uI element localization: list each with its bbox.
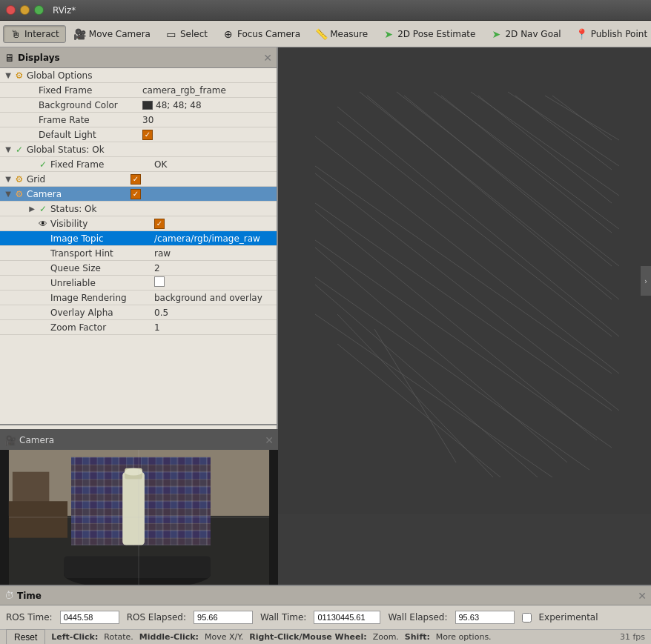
view3d-panel[interactable]: › [278, 47, 651, 514]
checkbox-checked-icon[interactable]: ✓ [130, 174, 141, 185]
window-title: RViz* [53, 5, 76, 16]
publish-point-label: Publish Point [591, 29, 647, 39]
expand-icon: ▼ [3, 190, 13, 198]
prop-value: ✓ [130, 188, 277, 199]
prop-value: 2 [154, 263, 277, 273]
list-item[interactable]: ▶ ✓ Status: Ok [0, 202, 277, 216]
prop-name: Visibility [50, 219, 154, 229]
publish-point-icon: 📍 [576, 28, 588, 40]
experimental-checkbox[interactable] [522, 613, 532, 623]
prop-name: Fixed Frame [39, 85, 142, 96]
wall-elapsed-label: Wall Elapsed: [388, 612, 447, 623]
expand-icon [27, 219, 37, 228]
camera-close-button[interactable]: ✕ [265, 435, 274, 445]
displays-close-button[interactable]: ✕ [263, 53, 272, 63]
expand-icon [15, 101, 25, 109]
time-close-button[interactable]: ✕ [638, 591, 647, 601]
list-item[interactable]: Fixed Frame camera_rgb_frame [0, 83, 277, 98]
list-item[interactable]: ▼ ⚙ Global Options [0, 68, 277, 83]
checkbox-checked-icon[interactable]: ✓ [142, 130, 153, 140]
close-button[interactable] [6, 5, 16, 15]
nav-goal-button[interactable]: ➤ 2D Nav Goal [483, 25, 567, 43]
prop-value [154, 276, 277, 289]
spacer-icon [25, 85, 37, 96]
prop-value: 48; 48; 48 [142, 100, 277, 110]
list-item[interactable]: Image Rendering background and overlay [0, 291, 277, 305]
reset-button[interactable]: Reset [6, 629, 45, 645]
nav-goal-icon: ➤ [490, 28, 502, 40]
view3d[interactable] [278, 47, 651, 514]
list-item[interactable]: Zoom Factor 1 [0, 320, 277, 335]
settings-icon: ⚙ [13, 70, 25, 81]
wall-time-input[interactable] [314, 611, 380, 624]
expand-icon: ▼ [3, 145, 13, 153]
list-item[interactable]: Background Color 48; 48; 48 [0, 98, 277, 113]
bottom-panel: ⏱ Time ✕ ROS Time: ROS Elapsed: Wall Tim… [0, 585, 651, 644]
list-item[interactable]: Overlay Alpha 0.5 [0, 305, 277, 320]
list-item[interactable]: Frame Rate 30 [0, 113, 277, 127]
minimize-button[interactable] [20, 5, 30, 15]
ros-elapsed-input[interactable] [194, 611, 253, 624]
camera-image-svg [0, 450, 278, 585]
prop-name: Zoom Factor [50, 322, 154, 333]
hint-leftclick-label: Left-Click: [51, 632, 98, 642]
interact-label: Interact [24, 29, 59, 39]
color-swatch [142, 101, 153, 110]
expand-icon: ▶ [27, 205, 37, 213]
interact-icon: 🖱 [10, 28, 22, 40]
prop-name: Queue Size [50, 263, 154, 273]
focus-camera-button[interactable]: ⊕ Focus Camera [216, 25, 307, 43]
list-item[interactable]: ✓ Fixed Frame OK [0, 157, 277, 172]
expand-icon [27, 249, 37, 257]
displays-title: Displays [18, 53, 60, 63]
list-item[interactable]: ▼ ⚙ Camera ✓ [0, 187, 277, 202]
prop-value: raw [154, 248, 277, 259]
list-item[interactable]: Transport Hint raw [0, 246, 277, 261]
prop-name: Transport Hint [50, 248, 154, 259]
list-item[interactable]: 👁 Visibility ✓ [0, 216, 277, 231]
list-item[interactable]: ▼ ✓ Global Status: Ok [0, 142, 277, 157]
time-row: ROS Time: ROS Elapsed: Wall Time: Wall E… [0, 605, 651, 629]
hint-rightclick-label: Right-Click/Mouse Wheel: [249, 632, 366, 642]
prop-name: Grid [27, 174, 130, 185]
expand-right-button[interactable]: › [641, 266, 651, 296]
list-item[interactable]: Unreliable [0, 276, 277, 291]
svg-rect-46 [64, 556, 211, 578]
spacer-icon [25, 115, 37, 125]
prop-name: Default Light [39, 130, 142, 140]
move-camera-button[interactable]: 🎥 Move Camera [67, 25, 157, 43]
pose-estimate-button[interactable]: ➤ 2D Pose Estimate [376, 25, 482, 43]
hint-shift-label: Shift: [405, 632, 430, 642]
prop-value: 30 [142, 115, 277, 125]
spacer-icon [25, 100, 37, 110]
prop-value: camera_rgb_frame [142, 85, 277, 96]
list-item[interactable]: Default Light ✓ [0, 127, 277, 142]
move-camera-icon: 🎥 [74, 28, 86, 40]
spacer-icon [37, 293, 49, 303]
prop-name: Fixed Frame [50, 159, 154, 170]
prop-name: Background Color [39, 100, 142, 110]
prop-name: Image Rendering [50, 293, 154, 303]
list-item[interactable]: Image Topic /camera/rgb/image_raw [0, 231, 277, 246]
interact-button[interactable]: 🖱 Interact [3, 25, 66, 43]
focus-camera-icon: ⊕ [222, 28, 234, 40]
ros-time-input[interactable] [60, 611, 119, 624]
hint-middleclick-label: Middle-Click: [139, 632, 199, 642]
maximize-button[interactable] [34, 5, 44, 15]
list-item[interactable]: ▼ ⚙ Grid ✓ [0, 172, 277, 187]
spacer-icon [25, 130, 37, 140]
expand-icon [15, 130, 25, 139]
publish-point-button[interactable]: 📍 Publish Point [569, 25, 651, 43]
camera-image[interactable] [0, 450, 278, 585]
measure-button[interactable]: 📏 Measure [308, 25, 374, 43]
toolbar: 🖱 Interact 🎥 Move Camera ▭ Select ⊕ Focu… [0, 21, 651, 47]
checkbox-unchecked-icon[interactable] [154, 276, 165, 287]
wall-elapsed-input[interactable] [455, 611, 515, 624]
select-button[interactable]: ▭ Select [159, 25, 214, 43]
fps-label: 31 fps [620, 632, 645, 642]
list-item[interactable]: Queue Size 2 [0, 261, 277, 276]
checkbox-checked-icon[interactable]: ✓ [130, 189, 141, 199]
expand-icon [27, 264, 37, 272]
expand-icon [27, 308, 37, 316]
checkbox-checked-icon[interactable]: ✓ [154, 219, 165, 229]
